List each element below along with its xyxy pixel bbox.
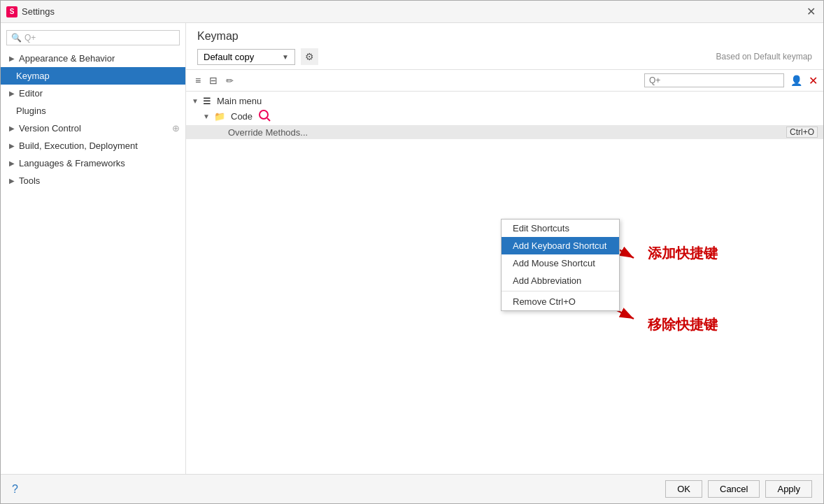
sidebar-item-label: Keymap bbox=[16, 71, 50, 81]
title-bar: S Settings ✕ bbox=[1, 1, 823, 23]
panel-title: Keymap bbox=[197, 30, 812, 43]
ctx-add-mouse-shortcut[interactable]: Add Mouse Shortcut bbox=[502, 254, 619, 272]
chevron-down-icon: ▼ bbox=[192, 97, 200, 105]
ctx-add-keyboard-shortcut[interactable]: Add Keyboard Shortcut bbox=[502, 237, 619, 254]
tree-item-label: Code bbox=[231, 111, 253, 122]
title-bar-left: S Settings bbox=[6, 6, 55, 17]
ctx-remove-ctrl-o[interactable]: Remove Ctrl+O bbox=[502, 293, 619, 310]
ok-button[interactable]: OK bbox=[665, 480, 702, 498]
help-button[interactable]: ? bbox=[12, 483, 18, 496]
svg-line-1 bbox=[267, 118, 270, 121]
search-highlight-icon bbox=[258, 109, 271, 124]
folder-icon: 📁 bbox=[214, 111, 225, 122]
search-icon: 🔍 bbox=[11, 33, 22, 43]
clear-search-button[interactable]: ✕ bbox=[809, 74, 818, 87]
add-shortcut-annotation: 添加快捷键 bbox=[648, 244, 718, 263]
sidebar-search-input[interactable]: 🔍 Q+ bbox=[6, 30, 180, 45]
sidebar-item-build[interactable]: ▶ Build, Execution, Deployment bbox=[1, 137, 185, 154]
chevron-right-icon: ▶ bbox=[9, 142, 15, 150]
panel-header: Keymap Default copy ▼ ⚙ Based on Default… bbox=[186, 23, 823, 70]
sidebar-item-label: Appearance & Behavior bbox=[19, 53, 115, 64]
sidebar-item-label: Version Control bbox=[19, 123, 81, 134]
user-icon-button[interactable]: 👤 bbox=[787, 73, 806, 88]
based-on-label: Based on Default keymap bbox=[716, 52, 812, 62]
sidebar-item-keymap[interactable]: Keymap bbox=[1, 67, 185, 85]
chevron-down-icon: ▼ bbox=[203, 113, 211, 120]
apply-button[interactable]: Apply bbox=[765, 480, 812, 498]
tree-item-override-methods[interactable]: Override Methods... Ctrl+O bbox=[186, 125, 823, 139]
chevron-right-icon: ▶ bbox=[9, 159, 15, 167]
keymap-controls: Default copy ▼ ⚙ Based on Default keymap bbox=[197, 48, 812, 65]
app-icon: S bbox=[6, 6, 17, 17]
sidebar-item-label: Editor bbox=[19, 88, 43, 99]
ctx-add-abbreviation[interactable]: Add Abbreviation bbox=[502, 272, 619, 289]
main-content: 🔍 Q+ ▶ Appearance & Behavior Keymap ▶ Ed… bbox=[1, 23, 823, 474]
keymap-toolbar: ≡ ⊟ ✏ 👤 ✕ bbox=[186, 70, 823, 92]
tree-item-main-menu[interactable]: ▼ ☰ Main menu bbox=[186, 94, 823, 108]
dropdown-arrow-icon: ▼ bbox=[282, 53, 289, 61]
sidebar-item-label: Languages & Frameworks bbox=[19, 158, 125, 168]
remove-shortcut-annotation: 移除快捷键 bbox=[648, 315, 718, 334]
sidebar-item-label: Tools bbox=[19, 175, 40, 186]
window-title: Settings bbox=[22, 6, 55, 17]
sidebar-search-bar: 🔍 Q+ bbox=[1, 26, 185, 50]
vcs-icon: ⊕ bbox=[172, 123, 180, 134]
sidebar-item-label: Build, Execution, Deployment bbox=[19, 141, 138, 151]
collapse-all-button[interactable]: ⊟ bbox=[206, 73, 221, 88]
keymap-search-area: 👤 ✕ bbox=[644, 73, 818, 88]
sidebar-item-languages[interactable]: ▶ Languages & Frameworks bbox=[1, 154, 185, 172]
sidebar: 🔍 Q+ ▶ Appearance & Behavior Keymap ▶ Ed… bbox=[1, 23, 186, 474]
cancel-button[interactable]: Cancel bbox=[708, 480, 760, 498]
sidebar-item-editor[interactable]: ▶ Editor bbox=[1, 85, 185, 102]
tree-item-code[interactable]: ▼ 📁 Code bbox=[186, 108, 823, 125]
keymap-value: Default copy bbox=[204, 52, 254, 62]
ctx-divider bbox=[502, 291, 619, 291]
svg-point-0 bbox=[260, 110, 268, 119]
chevron-right-icon: ▶ bbox=[9, 177, 15, 185]
expand-all-button[interactable]: ≡ bbox=[192, 73, 204, 88]
keymap-tree: ▼ ☰ Main menu ▼ 📁 Code bbox=[186, 92, 823, 474]
tree-item-label: Override Methods... bbox=[228, 127, 308, 138]
chevron-right-icon: ▶ bbox=[9, 55, 15, 62]
close-window-button[interactable]: ✕ bbox=[804, 5, 818, 19]
sidebar-item-appearance[interactable]: ▶ Appearance & Behavior bbox=[1, 50, 185, 67]
bottom-right-buttons: OK Cancel Apply bbox=[665, 480, 812, 498]
menu-icon: ☰ bbox=[203, 96, 211, 106]
chevron-right-icon: ▶ bbox=[9, 89, 15, 97]
keymap-dropdown[interactable]: Default copy ▼ bbox=[197, 49, 295, 65]
gear-button[interactable]: ⚙ bbox=[301, 48, 318, 65]
settings-window: S Settings ✕ 🔍 Q+ ▶ Appearance & Behavio… bbox=[0, 0, 824, 504]
edit-shortcut-button[interactable]: ✏ bbox=[222, 73, 237, 88]
sidebar-item-label: Plugins bbox=[16, 106, 46, 116]
sidebar-item-tools[interactable]: ▶ Tools bbox=[1, 172, 185, 189]
keymap-search-input[interactable] bbox=[644, 73, 784, 87]
context-menu: Edit Shortcuts Add Keyboard Shortcut Add… bbox=[501, 219, 620, 311]
sidebar-item-plugins[interactable]: Plugins bbox=[1, 102, 185, 120]
ctx-edit-shortcuts[interactable]: Edit Shortcuts bbox=[502, 219, 619, 237]
sidebar-item-version-control[interactable]: ▶ Version Control ⊕ bbox=[1, 120, 185, 137]
search-placeholder: Q+ bbox=[24, 33, 36, 43]
tree-item-label: Main menu bbox=[217, 96, 262, 106]
chevron-right-icon: ▶ bbox=[9, 124, 15, 132]
bottom-bar: ? OK Cancel Apply bbox=[1, 474, 823, 503]
right-panel: Keymap Default copy ▼ ⚙ Based on Default… bbox=[186, 23, 823, 474]
shortcut-badge: Ctrl+O bbox=[786, 127, 818, 138]
